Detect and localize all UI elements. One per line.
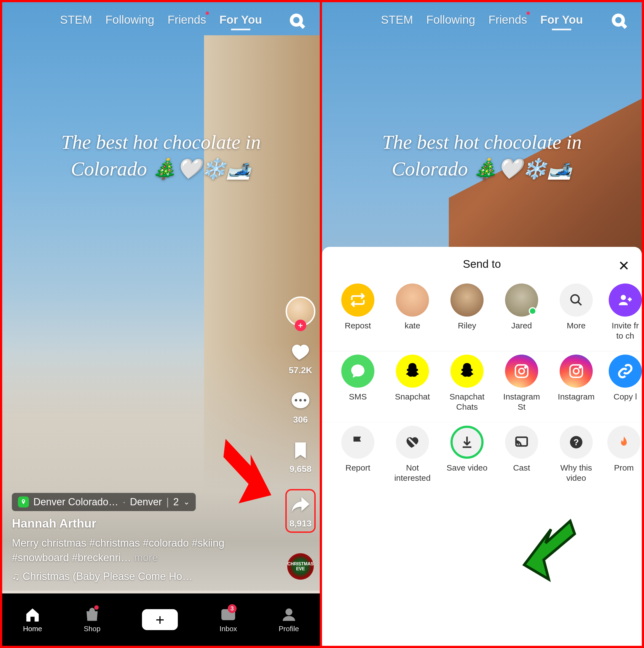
nav-profile[interactable]: Profile — [279, 606, 299, 633]
svg-point-9 — [614, 15, 623, 25]
video-overlay-title: The best hot chocolate in Colorado 🎄🤍❄️🎿 — [322, 129, 642, 182]
profile-icon — [281, 606, 297, 623]
post-info: Denver Colorado… · Denver | 2 ⌄ Hannah A… — [12, 493, 270, 582]
sound-marquee[interactable]: ♫ Christmas (Baby Please Come Ho… — [12, 571, 270, 582]
plus-icon: + — [155, 611, 164, 629]
bottom-nav: Home Shop + 3 Inbox Profile — [2, 593, 320, 646]
tab-stem[interactable]: STEM — [60, 13, 92, 26]
actions-row: Report Not interested Save video Cast ? … — [322, 422, 642, 493]
nav-create[interactable]: + — [142, 609, 178, 630]
pin-icon — [18, 496, 29, 507]
invite-friends[interactable]: Invite fr to ch — [609, 283, 642, 341]
bookmark-icon — [290, 440, 311, 461]
share-sms[interactable]: SMS — [336, 355, 380, 412]
home-icon — [24, 606, 41, 623]
nav-shop[interactable]: Shop — [84, 606, 101, 633]
feed-panel-left: STEM Following Friends For You The best … — [2, 2, 322, 646]
video-overlay-title: The best hot chocolate in Colorado 🎄🤍❄️🎿 — [2, 129, 320, 182]
sheet-header: Send to ✕ — [322, 258, 642, 280]
share-icon — [290, 494, 311, 516]
svg-point-11 — [571, 295, 579, 303]
share-snapchat-chats[interactable]: Snapchat Chats — [445, 355, 489, 412]
like-button[interactable]: 57.2K — [289, 341, 312, 376]
tab-for-you[interactable]: For You — [540, 13, 583, 26]
share-snapchat[interactable]: Snapchat — [390, 355, 435, 412]
tab-stem[interactable]: STEM — [381, 13, 413, 26]
feed-panel-right: STEM Following Friends For You The best … — [322, 2, 642, 646]
apps-row: SMS Snapchat Snapchat Chats Instagram St… — [322, 351, 642, 422]
svg-point-13 — [621, 295, 626, 300]
svg-marker-23 — [521, 521, 578, 581]
svg-point-4 — [299, 399, 302, 401]
location-chip[interactable]: Denver Colorado… · Denver | 2 ⌄ — [12, 493, 196, 511]
share-instagram[interactable]: Instagram — [554, 355, 598, 412]
contacts-row: Repost kate Riley Jared More — [322, 280, 642, 351]
creator-avatar[interactable]: + — [286, 296, 315, 326]
search-icon[interactable] — [611, 13, 628, 30]
comment-icon — [290, 390, 311, 412]
repost-button[interactable]: Repost — [336, 283, 380, 341]
contact-riley[interactable]: Riley — [445, 283, 489, 341]
why-video-button[interactable]: ? Why this video — [554, 426, 598, 483]
svg-line-1 — [300, 24, 304, 28]
share-sheet: Send to ✕ Repost kate Riley Ja — [322, 247, 642, 646]
svg-point-3 — [295, 399, 297, 401]
svg-point-8 — [286, 609, 292, 615]
caption-text[interactable]: Merry christmas #christmas #colorado #sk… — [12, 536, 270, 565]
sound-album[interactable]: CHRISTMAS EVE — [287, 553, 314, 580]
more-contacts[interactable]: More — [554, 283, 598, 341]
sheet-title: Send to — [463, 258, 501, 270]
close-icon[interactable]: ✕ — [618, 258, 630, 274]
svg-line-10 — [622, 24, 626, 28]
tab-for-you[interactable]: For You — [219, 13, 262, 26]
nav-home[interactable]: Home — [23, 606, 42, 633]
more-button[interactable]: more — [134, 552, 158, 563]
cast-button[interactable]: Cast — [500, 426, 544, 483]
nav-inbox[interactable]: 3 Inbox — [219, 606, 237, 633]
comment-button[interactable]: 306 — [290, 390, 311, 425]
author-name[interactable]: Hannah Arthur — [12, 517, 270, 530]
contact-jared[interactable]: Jared — [500, 283, 544, 341]
svg-point-5 — [304, 399, 306, 401]
action-rail: + 57.2K 306 9,658 8,913 CHRISTMAS EVE — [285, 296, 316, 580]
promote-button[interactable]: Prom — [609, 426, 639, 483]
share-button[interactable]: 8,913 — [285, 489, 316, 533]
top-nav: STEM Following Friends For You — [322, 13, 642, 26]
svg-point-0 — [292, 15, 301, 25]
save-video-button[interactable]: Save video — [445, 426, 489, 483]
tab-following[interactable]: Following — [105, 13, 154, 26]
contact-kate[interactable]: kate — [390, 283, 435, 341]
svg-point-19 — [579, 366, 581, 368]
tab-friends[interactable]: Friends — [489, 13, 527, 26]
search-icon[interactable] — [290, 13, 306, 30]
svg-point-18 — [574, 368, 579, 374]
share-instagram-story[interactable]: Instagram St — [500, 355, 544, 412]
bookmark-button[interactable]: 9,658 — [290, 440, 311, 474]
heart-icon — [290, 341, 311, 363]
annotation-arrow-green — [516, 516, 583, 582]
svg-point-15 — [519, 368, 524, 374]
follow-plus-icon[interactable]: + — [295, 320, 306, 331]
svg-text:?: ? — [574, 437, 579, 447]
report-button[interactable]: Report — [336, 426, 380, 483]
chevron-down-icon: ⌄ — [183, 497, 190, 506]
svg-line-12 — [578, 302, 582, 305]
svg-point-16 — [525, 366, 526, 368]
tab-friends[interactable]: Friends — [167, 13, 206, 26]
tab-following[interactable]: Following — [426, 13, 475, 26]
inbox-badge: 3 — [228, 604, 237, 613]
share-copy-link[interactable]: Copy l — [609, 355, 642, 412]
top-nav: STEM Following Friends For You — [2, 13, 320, 26]
not-interested-button[interactable]: Not interested — [390, 426, 435, 483]
